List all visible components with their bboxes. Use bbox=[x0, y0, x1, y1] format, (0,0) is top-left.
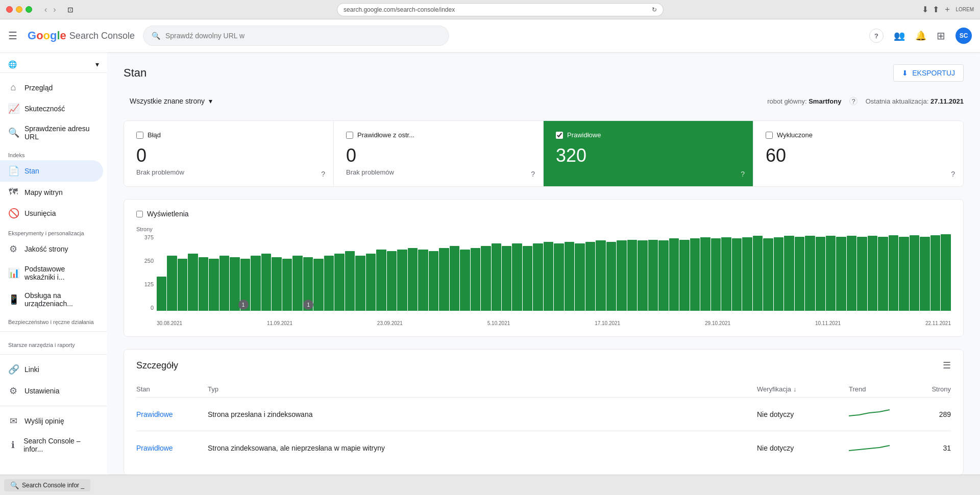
search-url-icon: 🔍 bbox=[8, 127, 18, 138]
logo-o2: o bbox=[43, 29, 50, 42]
share-button[interactable]: ⬆ bbox=[933, 4, 939, 15]
chart-checkbox[interactable] bbox=[136, 211, 143, 217]
bell-icon[interactable]: 🔔 bbox=[915, 30, 926, 41]
title-bar-actions[interactable]: ⬇ ⬆ ＋ LOREM bbox=[922, 4, 974, 15]
sidebar-item-sprawdzenie[interactable]: 🔍 Sprawdzenie adresu URL bbox=[0, 119, 103, 146]
filter-bar: Wszystkie znane strony ▾ robot główny: S… bbox=[124, 94, 964, 108]
checkbox-prawidlowe[interactable] bbox=[556, 132, 563, 139]
col-typ: Typ bbox=[208, 385, 757, 393]
card-help-wykluczone[interactable]: ? bbox=[951, 170, 955, 178]
sidebar-label-usuniecia: Usunięcia bbox=[24, 209, 56, 217]
chart-container: 3752501250 30.08.202111.09.202123.09.202… bbox=[136, 234, 951, 326]
card-checkbox-prawidlowe[interactable]: Prawidłowe bbox=[556, 131, 741, 139]
back-button[interactable]: ‹ bbox=[42, 4, 49, 15]
search-bar[interactable]: 🔍 bbox=[143, 26, 449, 46]
close-window-button[interactable] bbox=[6, 6, 13, 13]
section-label-bezp: Bezpieczeństwo i ręczne działania bbox=[0, 313, 107, 327]
address-bar-area: search.google.com/search-console/index ↻ bbox=[83, 3, 918, 16]
quality-icon: ⚙ bbox=[8, 243, 18, 255]
sidebar-item-linki[interactable]: 🔗 Linki bbox=[0, 359, 103, 380]
download-button[interactable]: ⬇ bbox=[922, 4, 928, 15]
address-bar: search.google.com/search-console/index ↻ bbox=[337, 3, 664, 16]
sidebar-item-stan[interactable]: 📄 Stan bbox=[0, 160, 103, 182]
sidebar-item-podstawowe[interactable]: 📊 Podstawowe wskaźniki i... bbox=[0, 260, 103, 286]
sidebar-label-stan: Stan bbox=[24, 167, 39, 175]
chart-y-label: Strony bbox=[136, 226, 951, 232]
sidebar-item-usuniecia[interactable]: 🚫 Usunięcia bbox=[0, 203, 103, 224]
logo-g2: g bbox=[50, 29, 57, 42]
browser-nav[interactable]: ‹ › bbox=[42, 4, 58, 15]
col-trend: Trend bbox=[849, 385, 910, 393]
col-weryfikacja[interactable]: Weryfikacja ↓ bbox=[757, 385, 849, 393]
trend-line-2 bbox=[849, 439, 890, 455]
window-tile-button[interactable]: ⊡ bbox=[62, 2, 79, 18]
card-wykluczone: Wykluczone 60 ? bbox=[753, 121, 963, 186]
checkbox-prawidlowe-ostr[interactable] bbox=[346, 132, 353, 139]
forward-button[interactable]: › bbox=[51, 4, 58, 15]
sidebar-label-obsluga: Obsługa na urządzeniach... bbox=[24, 291, 95, 308]
chart-annotation-1[interactable]: 1 bbox=[238, 300, 249, 310]
top-nav-right: ? 👥 🔔 ⊞ SC bbox=[869, 28, 972, 44]
property-icon: 🌐 bbox=[8, 60, 17, 68]
export-button[interactable]: ⬇ EKSPORTUJ bbox=[893, 64, 964, 82]
card-prawidlowe-ostr: Prawidłowe z ostr... 0 Brak problemów ? bbox=[334, 121, 544, 186]
people-icon[interactable]: 👥 bbox=[894, 30, 905, 41]
download-icon: ⬇ bbox=[902, 69, 908, 77]
sidebar-label-skutecznosc: Skuteczność bbox=[24, 105, 65, 113]
sidebar-label-linki: Linki bbox=[24, 365, 39, 374]
card-checkbox-blad[interactable]: Błąd bbox=[136, 131, 321, 139]
window-controls[interactable] bbox=[6, 6, 32, 13]
logo-e: e bbox=[60, 29, 66, 42]
card-help-blad[interactable]: ? bbox=[321, 170, 325, 178]
apps-icon[interactable]: ⊞ bbox=[937, 30, 945, 42]
col-stan: Stan bbox=[136, 385, 208, 393]
new-tab-button[interactable]: ＋ bbox=[943, 4, 951, 15]
card-checkbox-wykluczone[interactable]: Wykluczone bbox=[766, 131, 951, 139]
document-icon: 📄 bbox=[8, 165, 18, 177]
search-input[interactable] bbox=[165, 32, 440, 40]
maximize-window-button[interactable] bbox=[26, 6, 32, 13]
row2-status[interactable]: Prawidłowe bbox=[136, 444, 208, 452]
checkbox-blad[interactable] bbox=[136, 132, 143, 139]
metrics-icon: 📊 bbox=[8, 267, 18, 279]
filter-dropdown[interactable]: Wszystkie znane strony ▾ bbox=[124, 94, 218, 108]
row1-type: Strona przesłana i zindeksowana bbox=[208, 410, 757, 418]
sidebar-item-wyslij[interactable]: ✉ Wyślij opinię bbox=[0, 410, 103, 432]
address-text: search.google.com/search-console/index bbox=[344, 6, 455, 13]
property-dropdown-icon: ▾ bbox=[95, 60, 99, 68]
help-icon[interactable]: ? bbox=[869, 29, 884, 43]
card-label-wykluczone: Wykluczone bbox=[777, 131, 813, 139]
taskbar-item-searchconsole[interactable]: 🔍 Search Console infor _ bbox=[4, 479, 90, 488]
help-robot-icon[interactable]: ? bbox=[849, 97, 857, 105]
sidebar-item-obsluga[interactable]: 📱 Obsługa na urządzeniach... bbox=[0, 286, 103, 313]
card-checkbox-prawidlowe-ostr[interactable]: Prawidłowe z ostr... bbox=[346, 131, 531, 139]
trend-line-1 bbox=[849, 406, 890, 421]
property-selector[interactable]: 🌐 ▾ bbox=[0, 56, 107, 73]
chart-section: Wyświetlenia Strony 3752501250 30.08.202… bbox=[124, 199, 964, 337]
chart-y-axis: 3752501250 bbox=[136, 234, 157, 311]
refresh-icon[interactable]: ↻ bbox=[652, 6, 657, 13]
sidebar-item-searchconsole-info[interactable]: ℹ Search Console – infor... bbox=[0, 432, 103, 458]
details-title: Szczegóły bbox=[136, 360, 178, 371]
menu-icon[interactable]: ☰ bbox=[8, 30, 17, 42]
sidebar-item-skutecznosc[interactable]: 📈 Skuteczność bbox=[0, 98, 103, 119]
sidebar-item-ustawienia[interactable]: ⚙ Ustawienia bbox=[0, 380, 103, 402]
sidebar-item-jakosc[interactable]: ⚙ Jakość strony bbox=[0, 238, 103, 260]
card-help-prawidlowe-ostr[interactable]: ? bbox=[531, 170, 535, 178]
row1-status[interactable]: Prawidłowe bbox=[136, 410, 208, 418]
row2-trend bbox=[849, 439, 910, 456]
card-blad: Błąd 0 Brak problemów ? bbox=[124, 121, 334, 186]
more-options-button[interactable]: LOREM bbox=[955, 4, 974, 15]
card-number-blad: 0 bbox=[136, 145, 321, 166]
user-avatar[interactable]: SC bbox=[955, 28, 972, 44]
card-help-prawidlowe[interactable]: ? bbox=[741, 170, 745, 178]
section-label-indeks: Indeks bbox=[0, 146, 107, 160]
checkbox-wykluczone[interactable] bbox=[766, 132, 773, 139]
filter-table-icon[interactable]: ☰ bbox=[943, 360, 951, 371]
sidebar-item-przeglad[interactable]: ⌂ Przegląd bbox=[0, 77, 103, 98]
row1-count: 289 bbox=[910, 410, 951, 418]
sidebar-item-mapy[interactable]: 🗺 Mapy witryn bbox=[0, 182, 103, 203]
minimize-window-button[interactable] bbox=[16, 6, 22, 13]
sidebar-divider-2 bbox=[0, 354, 107, 355]
card-number-wykluczone: 60 bbox=[766, 145, 951, 166]
